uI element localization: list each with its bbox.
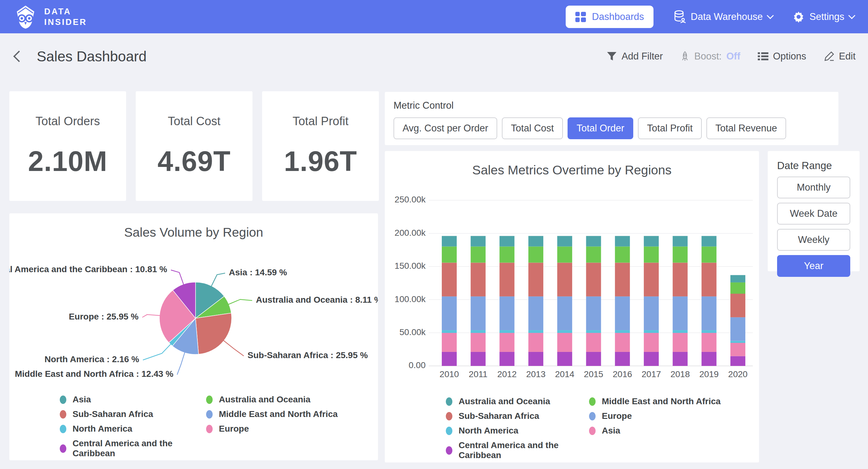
bar-segment[interactable] — [471, 352, 486, 366]
bar-segment[interactable] — [586, 352, 601, 366]
bar-segment[interactable] — [557, 330, 572, 333]
bar-segment[interactable] — [557, 247, 572, 263]
legend-item[interactable]: Asia — [589, 426, 721, 436]
bar-segment[interactable] — [528, 333, 543, 352]
bar-segment[interactable] — [499, 247, 514, 263]
legend-item[interactable]: North America — [446, 426, 589, 436]
metric-button-total-revenue[interactable]: Total Revenue — [706, 117, 786, 139]
bar-segment[interactable] — [673, 263, 688, 296]
legend-item[interactable]: Central America and the Caribbean — [60, 438, 206, 459]
bar-segment[interactable] — [702, 236, 716, 247]
bar-segment[interactable] — [528, 330, 543, 333]
bar-segment[interactable] — [673, 296, 688, 330]
bar-segment[interactable] — [673, 236, 688, 247]
bar-segment[interactable] — [702, 247, 716, 263]
bar-segment[interactable] — [731, 294, 745, 317]
legend-item[interactable]: Australia and Oceania — [446, 397, 589, 406]
edit-button[interactable]: Edit — [824, 51, 856, 62]
legend-item[interactable]: Central America and the Caribbean — [446, 440, 589, 460]
bar-segment[interactable] — [644, 296, 659, 330]
back-chevron-icon[interactable] — [13, 51, 25, 62]
bar-segment[interactable] — [442, 333, 457, 352]
bar-segment[interactable] — [499, 352, 514, 366]
bar-segment[interactable] — [702, 263, 716, 296]
bar-segment[interactable] — [731, 341, 745, 343]
bar-segment[interactable] — [615, 330, 630, 333]
bar-segment[interactable] — [644, 330, 659, 333]
bar-segment[interactable] — [644, 352, 659, 366]
legend-item[interactable]: North America — [60, 424, 206, 434]
bar-segment[interactable] — [673, 352, 688, 366]
bar-segment[interactable] — [731, 283, 745, 294]
legend-item[interactable]: Europe — [589, 411, 721, 421]
nav-item-settings[interactable]: Settings — [793, 11, 854, 23]
bar-segment[interactable] — [644, 263, 659, 296]
bar-segment[interactable] — [471, 247, 486, 263]
bar-segment[interactable] — [471, 296, 486, 330]
bar-segment[interactable] — [586, 247, 601, 263]
date-range-button-weekly[interactable]: Weekly — [777, 229, 850, 251]
bar-segment[interactable] — [499, 296, 514, 330]
bar-segment[interactable] — [586, 236, 601, 247]
bar-segment[interactable] — [499, 333, 514, 352]
bar-segment[interactable] — [499, 236, 514, 247]
bar-segment[interactable] — [442, 263, 457, 296]
bar-segment[interactable] — [615, 247, 630, 263]
bar-segment[interactable] — [528, 236, 543, 247]
legend-item[interactable]: Europe — [206, 424, 338, 434]
pie-slice[interactable] — [195, 313, 231, 354]
bar-segment[interactable] — [615, 236, 630, 247]
bar-segment[interactable] — [731, 275, 745, 283]
bar-segment[interactable] — [442, 247, 457, 263]
bar-segment[interactable] — [528, 296, 543, 330]
bar-segment[interactable] — [471, 330, 486, 333]
nav-item-dashboards[interactable]: Dashboards — [566, 6, 653, 28]
nav-item-data-warehouse[interactable]: Data Warehouse — [674, 10, 773, 24]
metric-button-total-cost[interactable]: Total Cost — [502, 117, 563, 139]
bar-segment[interactable] — [442, 236, 457, 247]
bar-segment[interactable] — [673, 330, 688, 333]
bar-segment[interactable] — [702, 330, 716, 333]
bar-segment[interactable] — [586, 333, 601, 352]
bar-segment[interactable] — [615, 352, 630, 366]
bar-segment[interactable] — [702, 296, 716, 330]
bar-segment[interactable] — [586, 263, 601, 296]
bar-segment[interactable] — [557, 236, 572, 247]
bar-segment[interactable] — [615, 333, 630, 352]
bar-segment[interactable] — [673, 333, 688, 352]
bar-segment[interactable] — [615, 263, 630, 296]
add-filter-button[interactable]: Add Filter — [607, 51, 663, 62]
bar-segment[interactable] — [702, 333, 716, 352]
bar-segment[interactable] — [442, 352, 457, 366]
legend-item[interactable]: Sub-Saharan Africa — [446, 411, 589, 421]
bar-segment[interactable] — [644, 333, 659, 352]
legend-item[interactable]: Australia and Oceania — [206, 394, 338, 405]
bar-segment[interactable] — [644, 247, 659, 263]
bar-segment[interactable] — [499, 263, 514, 296]
bar-segment[interactable] — [557, 263, 572, 296]
bar-segment[interactable] — [731, 356, 745, 366]
bar-segment[interactable] — [586, 296, 601, 330]
legend-item[interactable]: Sub-Saharan Africa — [60, 409, 206, 419]
bar-segment[interactable] — [586, 330, 601, 333]
date-range-button-year[interactable]: Year — [777, 255, 850, 277]
boost-toggle[interactable]: Boost: Off — [680, 51, 740, 62]
bar-segment[interactable] — [499, 330, 514, 333]
bar-segment[interactable] — [442, 330, 457, 333]
legend-item[interactable]: Middle East and North Africa — [589, 397, 721, 406]
bar-segment[interactable] — [471, 263, 486, 296]
legend-item[interactable]: Middle East and North Africa — [206, 409, 338, 419]
bar-segment[interactable] — [731, 317, 745, 341]
bar-segment[interactable] — [644, 236, 659, 247]
bar-segment[interactable] — [442, 296, 457, 330]
metric-button-avg-cost-per-order[interactable]: Avg. Cost per Order — [394, 117, 497, 139]
bar-segment[interactable] — [528, 247, 543, 263]
bar-segment[interactable] — [615, 296, 630, 330]
brand-logo[interactable]: DATA INSIDER — [14, 4, 87, 30]
bar-segment[interactable] — [471, 333, 486, 352]
bar-segment[interactable] — [702, 352, 716, 366]
date-range-button-monthly[interactable]: Monthly — [777, 177, 850, 198]
bar-segment[interactable] — [557, 333, 572, 352]
date-range-button-week-date[interactable]: Week Date — [777, 203, 850, 225]
bar-segment[interactable] — [528, 352, 543, 366]
